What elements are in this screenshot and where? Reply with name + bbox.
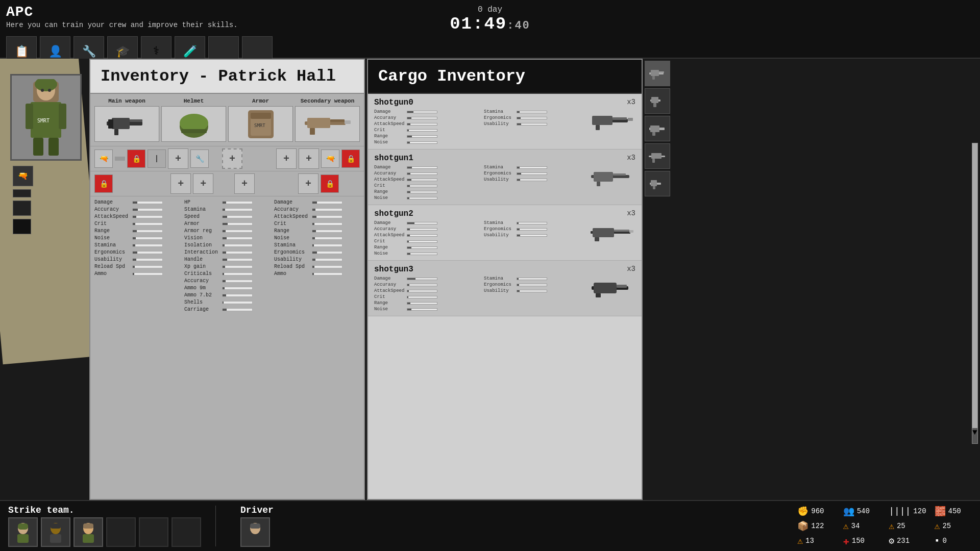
stat-vision: Vision	[184, 235, 270, 241]
mini-items: 🔫	[13, 166, 33, 234]
svg-rect-25	[330, 119, 345, 122]
stat-crit-left: Crit	[94, 221, 180, 227]
lock-icon-1: 🔒	[128, 150, 145, 167]
equip-label-main: Main weapon	[108, 98, 145, 104]
team-avatar-4-empty[interactable]	[106, 517, 136, 547]
stat-stamina-right: Stamina	[274, 242, 360, 248]
app-subtitle: Here you can train your crew and improve…	[6, 21, 273, 29]
svg-rect-32	[628, 118, 633, 121]
plus-btn-a1[interactable]: +	[222, 148, 242, 169]
stat-handle: Handle	[184, 257, 270, 262]
cargo-stats-grid-2: Damage Stamina Accurasy Ergonomics	[374, 220, 585, 256]
res-value-0: 0	[942, 537, 946, 545]
svg-rect-67	[50, 534, 61, 543]
team-avatar-3[interactable]	[74, 517, 103, 547]
res-fist: ✊ 960	[797, 505, 835, 518]
stat-col-right: Damage Accuracy AttackSpeed Crit Range	[274, 199, 360, 496]
team-section: Strike team.	[8, 505, 201, 547]
cargo-item-info-1: shotgun1 Damage Stamina Accurasy	[374, 154, 585, 201]
svg-rect-6	[48, 138, 59, 156]
driver-section: Driver	[240, 505, 274, 547]
svg-rect-43	[594, 283, 617, 293]
acc-slot-gun1[interactable]: 🔫	[94, 149, 113, 168]
cargo-scrollbar[interactable]: ▼	[972, 143, 978, 444]
equip-item-main[interactable]	[94, 106, 159, 142]
timer-day: 0 day	[450, 5, 530, 14]
svg-rect-57	[651, 153, 662, 159]
stat-hp: HP	[184, 199, 270, 205]
res-warn1: ⚠ 34	[843, 520, 880, 533]
cargo-item-name-1: shotgun1	[374, 154, 585, 163]
acc-slot-lock-s: 🔒	[341, 149, 360, 168]
stat-usability-right: Usability	[274, 257, 360, 262]
plus-btn-h1[interactable]: +	[168, 148, 188, 169]
stat-armor: Armor	[184, 221, 270, 227]
plus-btn-h2[interactable]: +	[170, 173, 191, 194]
stat-col-left: Damage Accuracy AttackSpeed Crit Range	[94, 199, 180, 496]
svg-rect-36	[597, 182, 600, 186]
cargo-item-name-3: shotgun3	[374, 265, 585, 274]
svg-rect-70	[83, 534, 94, 543]
stat-range-right: Range	[274, 228, 360, 234]
acc-slot-h2[interactable]: 🔧	[190, 149, 209, 168]
cargo-item-shotgun2[interactable]: shotgun2 Damage Stamina Accurasy	[368, 205, 642, 261]
driver-avatar[interactable]	[240, 517, 270, 547]
stat-stamina-left: Stamina	[94, 242, 180, 248]
svg-rect-63	[18, 523, 28, 530]
driver-label: Driver	[240, 505, 274, 515]
svg-rect-47	[651, 70, 659, 76]
cargo-img-shotgun1	[590, 164, 635, 189]
stat-accuracy-mid: Accuracy	[184, 278, 270, 284]
stat-stamina-mid: Stamina	[184, 207, 270, 212]
svg-rect-22	[251, 113, 271, 119]
right-icon-sniper[interactable]	[645, 143, 670, 169]
plus-btn-s2[interactable]: +	[299, 148, 319, 169]
svg-text:SMRT: SMRT	[37, 118, 50, 123]
acc-slot-bullet1: |	[148, 149, 166, 168]
cargo-list[interactable]: Shotgun0 Damage Stamina Accurasy	[368, 94, 642, 499]
res-square: ▪ 0	[935, 535, 972, 547]
fist-icon: ✊	[797, 506, 808, 517]
res-warn2: ⚠ 25	[889, 520, 926, 533]
warn2-icon: ⚠	[889, 520, 894, 532]
stat-crit-right: Crit	[274, 221, 360, 227]
team-avatar-1[interactable]	[8, 517, 38, 547]
cargo-item-shotgun3[interactable]: shotgun3 Damage Stamina Accurasy	[368, 261, 642, 316]
stat-noise-left: Noise	[94, 235, 180, 241]
stat-ammo7b2: Ammo 7.b2	[184, 292, 270, 298]
cargo-item-shotgun0[interactable]: Shotgun0 Damage Stamina Accurasy	[368, 94, 642, 149]
cargo-scrollbar-thumb[interactable]: ▼	[972, 428, 977, 443]
team-avatar-6-empty[interactable]	[172, 517, 201, 547]
plus-btn-a2[interactable]: +	[234, 173, 255, 194]
acc-slot-lock3: 🔒	[321, 174, 339, 193]
right-icon-rifle[interactable]	[645, 61, 670, 86]
equip-item-secondary[interactable]	[295, 106, 360, 142]
svg-rect-72	[250, 523, 260, 529]
equip-label-helmet: Helmet	[184, 98, 204, 104]
right-icon-smg[interactable]	[645, 171, 670, 196]
team-avatar-5-empty[interactable]	[139, 517, 168, 547]
cargo-item-name-0: Shotgun0	[374, 98, 585, 107]
svg-rect-26	[310, 128, 315, 135]
cargo-item-shotgun1[interactable]: shotgun1 Damage Stamina Accurasy	[368, 149, 642, 205]
equip-slot-armor: Armor SMRT	[228, 98, 293, 142]
equip-slot-secondary: Secondary weapon	[295, 98, 360, 142]
team-avatar-2[interactable]	[41, 517, 70, 547]
right-icon-pistol[interactable]	[645, 88, 670, 114]
square-icon: ▪	[935, 536, 940, 546]
people-icon: 👥	[843, 506, 854, 517]
stat-damage-left: Damage	[94, 199, 180, 205]
cargo-item-name-2: shotgun2	[374, 209, 585, 218]
team-avatars	[8, 517, 201, 547]
res-value-34: 34	[851, 522, 860, 530]
res-box: 📦 122	[797, 520, 835, 533]
plus-btn-h3[interactable]: +	[193, 173, 213, 194]
res-ammo: |||| 120	[889, 505, 926, 518]
right-icon-shotgun[interactable]	[645, 116, 670, 141]
equip-item-armor[interactable]: SMRT	[228, 106, 293, 142]
plus-btn-s3[interactable]: +	[298, 173, 318, 194]
equip-item-helmet[interactable]	[161, 106, 226, 142]
svg-rect-4	[59, 104, 66, 129]
warn1-icon: ⚠	[843, 520, 849, 532]
plus-btn-s1[interactable]: +	[276, 148, 297, 169]
